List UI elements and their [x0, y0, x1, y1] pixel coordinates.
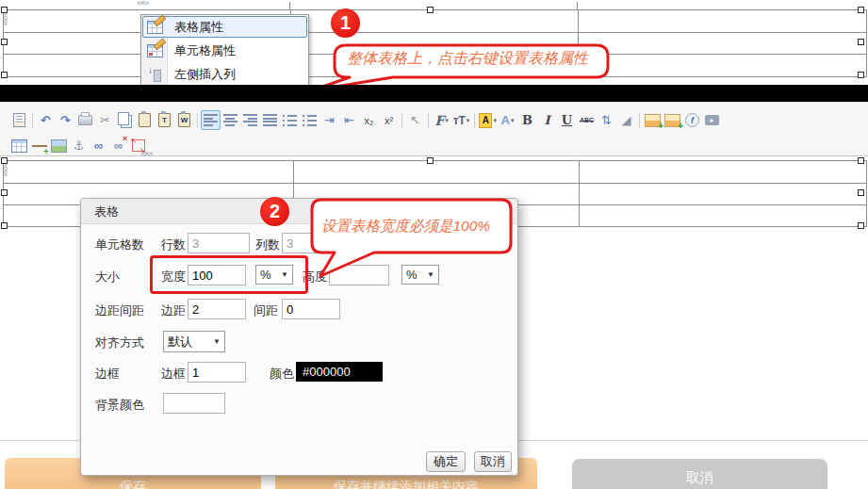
border-color-label: 颜色: [270, 366, 294, 383]
select-cursor-icon[interactable]: ↖: [405, 110, 425, 130]
insert-image-icon[interactable]: [643, 110, 663, 130]
dialog-row-background: 背景颜色: [81, 393, 517, 416]
cols-label: 列数: [255, 236, 280, 253]
menu-item-label: 单元格属性: [174, 42, 236, 59]
dialog-row-spacing: 边距间距 边距 间距: [81, 299, 517, 321]
cell-properties-icon: [146, 44, 163, 57]
ordered-list-icon[interactable]: [280, 110, 300, 130]
ok-button[interactable]: 确定: [426, 451, 466, 472]
font-family-icon[interactable]: F▾: [432, 110, 451, 130]
menu-item-table-properties[interactable]: 表格属性: [141, 15, 308, 39]
table-drag-handle-icon[interactable]: «×»: [1, 13, 10, 24]
border-group-label: 边框: [95, 366, 120, 383]
background-color-input[interactable]: [163, 393, 225, 414]
toolbar-separator: [428, 113, 429, 128]
callout-bubble-2: [306, 197, 518, 286]
toolbar-separator: [197, 113, 198, 128]
selection-handle[interactable]: [858, 7, 864, 13]
font-size-icon[interactable]: тT▾: [451, 110, 471, 130]
anchor-icon[interactable]: ⚓: [69, 136, 89, 155]
insert-flash-icon[interactable]: f: [682, 110, 702, 130]
section-divider-bar: [0, 85, 868, 102]
gap-label: 间距: [254, 302, 278, 319]
redo-icon[interactable]: ↷: [56, 110, 75, 130]
paste-icon[interactable]: [135, 110, 155, 130]
save-and-continue-button-label: 保存并继续添加相关内容: [334, 479, 479, 489]
source-edit-icon[interactable]: [9, 110, 29, 130]
column-tick: [289, 2, 290, 9]
menu-item-insert-column-left[interactable]: 左侧插入列: [141, 62, 308, 86]
image-manager-icon[interactable]: [663, 110, 682, 130]
rows-label: 行数: [161, 236, 186, 253]
back-color-icon[interactable]: A▾: [498, 110, 517, 130]
align-label: 对齐方式: [95, 334, 144, 351]
step-2-badge: 2: [260, 197, 289, 226]
selection-handle[interactable]: [858, 72, 864, 78]
paste-word-icon[interactable]: W: [174, 110, 194, 130]
rows-input[interactable]: [188, 233, 250, 253]
strikethrough-icon[interactable]: ABC: [577, 110, 597, 130]
table-drag-handle-icon[interactable]: «×»: [140, 149, 152, 158]
context-menu: 表格属性单元格属性左侧插入列: [140, 14, 309, 88]
unlink-icon[interactable]: ∞: [108, 136, 128, 155]
selection-handle[interactable]: [1, 7, 8, 13]
link-icon[interactable]: ∞: [89, 136, 108, 155]
border-width-input[interactable]: [188, 362, 246, 383]
insert-media-icon[interactable]: ▸: [702, 110, 722, 130]
underline-icon[interactable]: U: [557, 110, 577, 130]
selection-handle[interactable]: [427, 157, 434, 164]
cut-icon[interactable]: ✂: [95, 110, 115, 130]
menu-item-label: 表格属性: [174, 19, 223, 36]
padding-input[interactable]: [188, 299, 246, 319]
unordered-list-icon[interactable]: [300, 110, 319, 130]
undo-icon[interactable]: ↶: [36, 110, 56, 130]
print-icon[interactable]: [75, 110, 95, 130]
menu-item-cell-properties[interactable]: 单元格属性: [141, 39, 308, 62]
italic-icon[interactable]: I: [537, 110, 557, 130]
dialog-row-border: 边框 边框 颜色 #000000: [81, 362, 517, 384]
table-column-line: [579, 161, 580, 226]
indent-icon[interactable]: ⇥: [319, 110, 339, 130]
font-color-icon[interactable]: A▾: [478, 110, 498, 130]
bold-icon[interactable]: B: [517, 110, 537, 130]
border-color-swatch[interactable]: #000000: [296, 362, 383, 382]
horizontal-rule-icon[interactable]: [29, 136, 49, 155]
column-tick: [577, 2, 578, 9]
cancel-button[interactable]: 取消: [474, 451, 512, 472]
size-label: 大小: [95, 269, 120, 285]
toolbar-separator: [32, 113, 33, 128]
selection-handle[interactable]: [1, 222, 8, 229]
line-height-icon[interactable]: ⇅: [597, 110, 616, 130]
insert-table-icon[interactable]: [9, 136, 29, 155]
selection-handle[interactable]: [1, 157, 8, 164]
paste-text-icon[interactable]: T: [155, 110, 174, 130]
page-cancel-button[interactable]: 取消: [572, 459, 827, 489]
align-center-icon[interactable]: [221, 110, 240, 130]
menu-item-label: 左侧插入列: [174, 66, 236, 83]
selection-handle[interactable]: [427, 7, 434, 13]
selection-handle[interactable]: [1, 189, 8, 196]
selection-handle[interactable]: [1, 72, 8, 78]
selection-handle[interactable]: [858, 222, 864, 229]
table-drag-handle-icon[interactable]: «×»: [137, 0, 148, 8]
insert-map-icon[interactable]: [49, 136, 69, 155]
page-cancel-button-label: 取消: [686, 469, 714, 487]
copy-icon[interactable]: [115, 110, 135, 130]
toolbar-row-1: ↶↷✂TW⇥⇤x₂x²↖F▾тT▾A▾A▾BIUABC⇅◢f▸: [0, 107, 868, 133]
insert-column-left-icon: [146, 68, 163, 80]
gap-input[interactable]: [282, 299, 340, 319]
align-left-icon[interactable]: [201, 110, 221, 130]
align-justify-icon[interactable]: [260, 110, 280, 130]
eraser-icon[interactable]: ◢: [616, 110, 636, 130]
selection-handle[interactable]: [1, 39, 8, 45]
table-drag-handle-icon[interactable]: «×»: [1, 164, 10, 175]
selection-handle[interactable]: [858, 189, 864, 196]
align-select[interactable]: 默认▼: [163, 331, 225, 352]
outdent-icon[interactable]: ⇤: [339, 110, 359, 130]
selection-handle[interactable]: [858, 157, 864, 164]
subscript-icon[interactable]: x₂: [359, 110, 379, 130]
align-right-icon[interactable]: [240, 110, 260, 130]
selection-handle[interactable]: [858, 39, 864, 45]
superscript-icon[interactable]: x²: [379, 110, 399, 130]
align-value: 默认: [168, 334, 192, 350]
